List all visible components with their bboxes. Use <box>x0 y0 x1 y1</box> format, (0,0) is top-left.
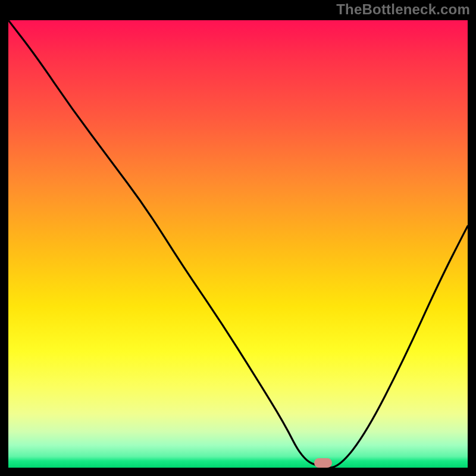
chart-root: TheBottleneck.com <box>0 0 476 476</box>
plot-area <box>8 20 468 468</box>
optimum-marker <box>314 458 332 468</box>
bottleneck-curve <box>8 20 468 468</box>
watermark-text: TheBottleneck.com <box>336 1 470 18</box>
